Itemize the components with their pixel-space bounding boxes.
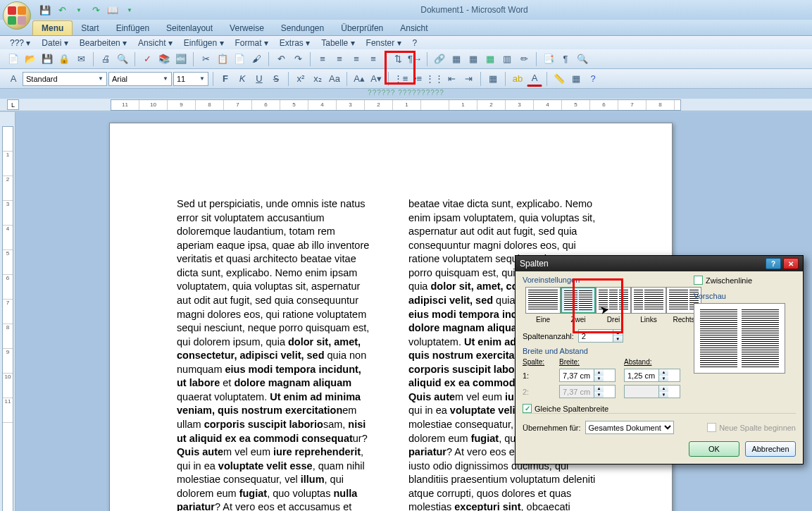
save-icon[interactable]: 💾 [38, 3, 52, 17]
decrease-indent-icon[interactable]: ⇤ [444, 71, 459, 87]
format-painter-icon[interactable]: 🖌 [249, 51, 264, 67]
copy-icon[interactable]: 📋 [215, 51, 230, 67]
equal-width-checkbox[interactable]: ✓ Gleiche Spaltenbreite [523, 404, 685, 413]
menu-format[interactable]: Format ▾ [231, 37, 273, 49]
change-case-icon[interactable]: Aa [327, 71, 342, 87]
align-center-icon[interactable]: ≡ [332, 51, 347, 67]
menu-[interactable]: ? [408, 37, 422, 49]
thesaurus-icon[interactable]: 🔤 [173, 51, 189, 67]
gridlines-icon[interactable]: ▦ [568, 71, 584, 87]
underline-icon[interactable]: U [251, 71, 267, 87]
research-icon[interactable]: 📚 [156, 51, 172, 67]
redo-icon[interactable]: ↷ [89, 3, 103, 17]
spin-down-icon[interactable]: ▼ [613, 336, 623, 343]
multilevel-icon[interactable]: ⋮⋮ [427, 71, 442, 87]
increase-indent-icon[interactable]: ⇥ [461, 71, 476, 87]
columns-icon[interactable]: ▥ [499, 51, 515, 67]
numbering-icon[interactable]: ⋮≡ [393, 71, 408, 87]
column-count-input[interactable] [579, 330, 613, 342]
spin-up-icon[interactable]: ▲ [613, 330, 623, 336]
menu-extras[interactable]: Extras ▾ [275, 37, 314, 49]
horizontal-ruler[interactable]: 1110987654321123456789 [111, 99, 681, 111]
table-icon[interactable]: ▦ [449, 51, 464, 67]
bullets-icon[interactable]: •≡ [410, 71, 425, 87]
preset-one[interactable]: Eine [525, 287, 561, 324]
font-color-icon[interactable]: A [527, 71, 542, 87]
docmap-icon[interactable]: 📑 [541, 51, 556, 67]
style-combo[interactable]: Standard▼ [23, 72, 107, 86]
paste-icon[interactable]: 📄 [232, 51, 247, 67]
styles-icon[interactable]: A [6, 71, 21, 87]
print-preview-icon[interactable]: 📖 [106, 3, 120, 17]
dialog-help-button[interactable]: ? [766, 258, 781, 269]
strike-icon[interactable]: S̶ [268, 71, 284, 87]
print-icon[interactable]: 🖨 [98, 51, 113, 67]
qat-customize-icon[interactable]: ▼ [123, 3, 137, 17]
ruler-toggle-icon[interactable]: 📏 [551, 71, 567, 87]
align-left-icon[interactable]: ≡ [315, 51, 330, 67]
align-right-icon[interactable]: ≡ [349, 51, 364, 67]
spellcheck-icon[interactable]: ✓ [139, 51, 155, 67]
menu-einfgen[interactable]: Einfügen ▾ [180, 37, 228, 49]
tab-start[interactable]: Start [73, 21, 107, 35]
highlight-icon[interactable]: ab [510, 71, 525, 87]
menu-tabelle[interactable]: Tabelle ▾ [317, 37, 358, 49]
superscript-icon[interactable]: x² [293, 71, 308, 87]
excel-icon[interactable]: ▦ [482, 51, 498, 67]
menu-[interactable]: ??? ▾ [6, 37, 35, 49]
undo-icon[interactable]: ↶ [273, 51, 289, 67]
preset-two[interactable]: Zwei [561, 287, 596, 324]
borders-icon[interactable]: ▦ [485, 71, 501, 87]
ok-button[interactable]: OK [689, 441, 739, 457]
cut-icon[interactable]: ✂ [198, 51, 213, 67]
separator-checkbox[interactable]: Zwischenlinie [694, 276, 796, 285]
menu-datei[interactable]: Datei ▾ [37, 37, 72, 49]
redo-icon[interactable]: ↷ [290, 51, 306, 67]
save-icon[interactable]: 💾 [39, 51, 55, 67]
mail-icon[interactable]: ✉ [73, 51, 89, 67]
undo-icon[interactable]: ↶ [55, 3, 69, 17]
preset-three[interactable]: Drei [596, 287, 631, 324]
tab-überprüfen[interactable]: Überprüfen [332, 21, 392, 35]
tab-selector[interactable]: L [7, 99, 19, 110]
open-icon[interactable]: 📂 [23, 51, 38, 67]
cancel-button[interactable]: Abbrechen [745, 441, 796, 457]
zoom-icon[interactable]: 🔍 [575, 51, 590, 67]
width-spinner[interactable]: ▲▼ [559, 369, 616, 382]
italic-icon[interactable]: K [235, 71, 250, 87]
permission-icon[interactable]: 🔒 [56, 51, 72, 67]
justify-icon[interactable]: ≡ [366, 51, 381, 67]
ltr-icon[interactable]: ¶→ [407, 51, 423, 67]
font-combo[interactable]: Arial▼ [108, 72, 172, 86]
tab-ansicht[interactable]: Ansicht [392, 21, 436, 35]
help-icon[interactable]: ? [585, 71, 601, 87]
width-spinner[interactable]: ▲▼ [624, 369, 680, 382]
tab-sendungen[interactable]: Sendungen [273, 21, 332, 35]
drawing-icon[interactable]: ✏ [516, 51, 532, 67]
vertical-ruler[interactable]: 1234567891011 [2, 126, 13, 511]
tab-menu[interactable]: Menu [32, 20, 73, 35]
subscript-icon[interactable]: x₂ [310, 71, 325, 87]
undo-dropdown-icon[interactable]: ▼ [72, 3, 86, 17]
show-marks-icon[interactable]: ¶ [558, 51, 573, 67]
preview-icon[interactable]: 🔍 [115, 51, 130, 67]
apply-to-select[interactable]: Gesamtes Dokument [585, 421, 674, 434]
tab-einfügen[interactable]: Einfügen [108, 21, 158, 35]
preset-left[interactable]: Links [631, 287, 666, 324]
tab-verweise[interactable]: Verweise [221, 21, 273, 35]
menu-bearbeiten[interactable]: Bearbeiten ▾ [75, 37, 131, 49]
shrink-font-icon[interactable]: A▾ [368, 71, 384, 87]
dialog-titlebar[interactable]: Spalten ? ✕ [516, 256, 803, 271]
menu-fenster[interactable]: Fenster ▾ [362, 37, 406, 49]
new-icon[interactable]: 📄 [6, 51, 21, 67]
bold-icon[interactable]: F [218, 71, 233, 87]
dialog-close-button[interactable]: ✕ [783, 258, 799, 269]
size-combo[interactable]: 11▼ [173, 72, 208, 86]
hyperlink-icon[interactable]: 🔗 [432, 51, 447, 67]
tables-borders-icon[interactable]: ▦ [466, 51, 481, 67]
tab-seitenlayout[interactable]: Seitenlayout [158, 21, 221, 35]
grow-font-icon[interactable]: A▴ [351, 71, 367, 87]
menu-ansicht[interactable]: Ansicht ▾ [134, 37, 177, 49]
office-button[interactable] [3, 1, 31, 30]
column-count-spinner[interactable]: ▲▼ [578, 329, 623, 343]
